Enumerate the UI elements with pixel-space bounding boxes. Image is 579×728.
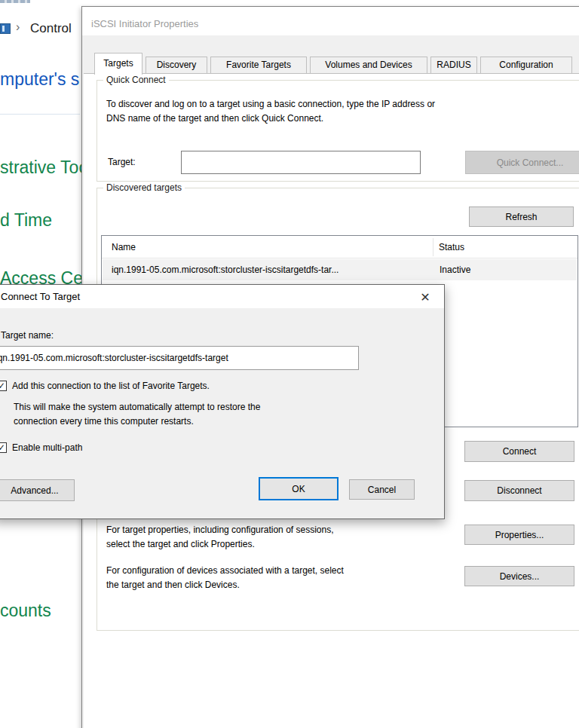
page-title: mputer's s xyxy=(0,69,79,90)
control-panel-icon xyxy=(0,23,11,34)
table-row[interactable]: iqn.1991-05.com.microsoft:storcluster-is… xyxy=(103,259,577,280)
ok-button[interactable]: OK xyxy=(259,477,339,500)
refresh-button[interactable]: Refresh xyxy=(469,206,574,227)
target-name-input[interactable] xyxy=(0,346,359,370)
target-label: Target: xyxy=(108,157,136,167)
close-icon[interactable]: ✕ xyxy=(415,288,435,306)
target-name-cell: iqn.1991-05.com.microsoft:storcluster-is… xyxy=(112,265,339,275)
quick-connect-button[interactable]: Quick Connect... xyxy=(465,151,579,174)
cp-link-user-accounts[interactable]: counts xyxy=(0,601,51,621)
properties-button[interactable]: Properties... xyxy=(464,525,574,545)
cp-link-date-time[interactable]: d Time xyxy=(0,210,52,231)
quick-connect-description-line1: To discover and log on to a target using… xyxy=(106,99,435,109)
cancel-button[interactable]: Cancel xyxy=(349,479,415,500)
tab-radius[interactable]: RADIUS xyxy=(430,57,477,74)
devices-hint-line2: the target and then click Devices. xyxy=(106,580,240,590)
quick-connect-target-input[interactable] xyxy=(181,151,421,174)
devices-hint-line1: For configuration of devices associated … xyxy=(106,565,344,576)
tab-favorite-targets[interactable]: Favorite Targets xyxy=(210,57,307,74)
tab-discovery[interactable]: Discovery xyxy=(146,57,207,74)
connect-to-target-dialog: Connect To Target ✕ Target name: ✓ Add t… xyxy=(0,284,445,519)
properties-hint-line2: select the target and click Properties. xyxy=(106,539,255,549)
properties-hint-line1: For target properties, including configu… xyxy=(106,525,334,535)
breadcrumb-chevron-icon: › xyxy=(16,20,20,34)
devices-button[interactable]: Devices... xyxy=(464,566,574,586)
disconnect-button[interactable]: Disconnect xyxy=(464,480,574,501)
target-status-cell: Inactive xyxy=(440,265,470,275)
list-header xyxy=(102,236,577,258)
multipath-checkbox-label[interactable]: Enable multi-path xyxy=(12,442,82,453)
discovered-targets-legend: Discovered targets xyxy=(103,182,185,193)
quick-connect-group: Quick Connect To discover and log on to … xyxy=(96,80,579,182)
connect-button[interactable]: Connect xyxy=(464,441,574,462)
favorite-targets-checkbox-label[interactable]: Add this connection to the list of Favor… xyxy=(12,381,210,391)
multipath-checkbox[interactable]: ✓ xyxy=(0,442,7,453)
tab-targets[interactable]: Targets xyxy=(94,53,142,75)
quick-connect-description-line2: DNS name of the target and then click Qu… xyxy=(106,113,323,124)
breadcrumb[interactable]: Control xyxy=(30,21,72,36)
target-name-label: Target name: xyxy=(1,330,54,341)
column-header-status[interactable]: Status xyxy=(439,242,464,252)
divider xyxy=(0,114,80,115)
favorite-note-line2: connection every time this computer rest… xyxy=(14,416,194,427)
quick-connect-legend: Quick Connect xyxy=(103,75,169,85)
tab-volumes-and-devices[interactable]: Volumes and Devices xyxy=(310,57,427,74)
dialog-title: Connect To Target xyxy=(1,291,80,302)
window-title: iSCSI Initiator Properties xyxy=(91,18,198,29)
column-separator[interactable] xyxy=(433,238,433,256)
cp-link-administrative-tools[interactable]: strative Too xyxy=(0,158,88,178)
favorite-targets-checkbox[interactable]: ✓ xyxy=(0,381,7,391)
favorite-note-line1: This will make the system automatically … xyxy=(14,402,260,412)
advanced-button[interactable]: Advanced... xyxy=(0,479,75,501)
column-header-name[interactable]: Name xyxy=(112,242,136,252)
clipped-text-fragment xyxy=(0,0,30,3)
tab-configuration[interactable]: Configuration xyxy=(480,57,572,74)
